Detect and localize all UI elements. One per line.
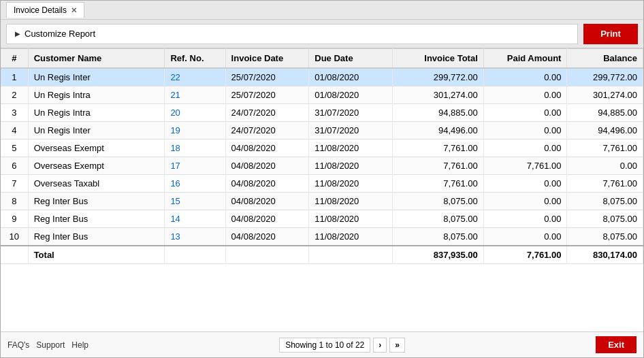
cell-ref: 18 (165, 140, 225, 157)
cell-num: 3 (1, 104, 28, 122)
total-invdate-empty (225, 246, 309, 264)
ref-link[interactable]: 14 (170, 214, 180, 224)
table-row[interactable]: 8 Reg Inter Bus 15 04/08/2020 11/08/2020… (1, 193, 643, 210)
cell-total: 8,075.00 (392, 228, 483, 246)
cell-customer: Overseas Exempt (28, 140, 165, 157)
table-row[interactable]: 5 Overseas Exempt 18 04/08/2020 11/08/20… (1, 140, 643, 157)
cell-num: 6 (1, 157, 28, 175)
cell-customer: Reg Inter Bus (28, 228, 165, 246)
col-header-total: Invoice Total (392, 49, 483, 69)
table-row[interactable]: 10 Reg Inter Bus 13 04/08/2020 11/08/202… (1, 228, 643, 246)
cell-customer: Reg Inter Bus (28, 193, 165, 210)
cell-balance: 301,274.00 (567, 86, 643, 104)
cell-invdate: 24/07/2020 (225, 122, 309, 140)
support-link[interactable]: Support (36, 340, 65, 350)
next-page-button[interactable]: › (373, 338, 387, 353)
cell-paid: 0.00 (483, 86, 567, 104)
cell-num: 5 (1, 140, 28, 157)
cell-balance: 8,075.00 (567, 210, 643, 228)
table-header-row: # Customer Name Ref. No. Invoice Date Du… (1, 49, 643, 69)
col-header-balance: Balance (567, 49, 643, 69)
cell-num: 2 (1, 86, 28, 104)
cell-total: 94,885.00 (392, 104, 483, 122)
ref-link[interactable]: 22 (170, 72, 180, 82)
col-header-invdate: Invoice Date (225, 49, 309, 69)
table-row[interactable]: 3 Un Regis Intra 20 24/07/2020 31/07/202… (1, 104, 643, 122)
table-row[interactable]: 4 Un Regis Inter 19 24/07/2020 31/07/202… (1, 122, 643, 140)
table-row[interactable]: 6 Overseas Exempt 17 04/08/2020 11/08/20… (1, 157, 643, 175)
cell-invdate: 04/08/2020 (225, 175, 309, 193)
cell-duedate: 01/08/2020 (309, 86, 393, 104)
cell-paid: 0.00 (483, 193, 567, 210)
table-row[interactable]: 1 Un Regis Inter 22 25/07/2020 01/08/202… (1, 68, 643, 86)
customize-report-button[interactable]: ▶ Customize Report (6, 24, 578, 44)
cell-customer: Reg Inter Bus (28, 210, 165, 228)
cell-num: 10 (1, 228, 28, 246)
total-label: Total (28, 246, 165, 264)
cell-balance: 94,496.00 (567, 122, 643, 140)
cell-total: 8,075.00 (392, 210, 483, 228)
table-row[interactable]: 2 Un Regis Intra 21 25/07/2020 01/08/202… (1, 86, 643, 104)
footer: FAQ's Support Help Showing 1 to 10 of 22… (1, 331, 643, 357)
cell-ref: 14 (165, 210, 225, 228)
cell-ref: 22 (165, 68, 225, 86)
cell-duedate: 11/08/2020 (309, 157, 393, 175)
total-balance: 830,174.00 (567, 246, 643, 264)
ref-link[interactable]: 19 (170, 125, 180, 135)
ref-link[interactable]: 15 (170, 196, 180, 206)
ref-link[interactable]: 18 (170, 143, 180, 153)
cell-ref: 17 (165, 157, 225, 175)
footer-links: FAQ's Support Help (7, 340, 88, 350)
tab-close-icon[interactable]: ✕ (71, 6, 77, 15)
cell-duedate: 11/08/2020 (309, 175, 393, 193)
cell-paid: 7,761.00 (483, 157, 567, 175)
table-row[interactable]: 7 Overseas Taxabl 16 04/08/2020 11/08/20… (1, 175, 643, 193)
cell-num: 4 (1, 122, 28, 140)
cell-invdate: 04/08/2020 (225, 140, 309, 157)
cell-balance: 8,075.00 (567, 228, 643, 246)
cell-duedate: 11/08/2020 (309, 210, 393, 228)
cell-invdate: 04/08/2020 (225, 228, 309, 246)
cell-duedate: 31/07/2020 (309, 122, 393, 140)
total-ref-empty (165, 246, 225, 264)
cell-invdate: 04/08/2020 (225, 210, 309, 228)
cell-balance: 299,772.00 (567, 68, 643, 86)
cell-customer: Un Regis Inter (28, 68, 165, 86)
cell-balance: 7,761.00 (567, 140, 643, 157)
cell-total: 7,761.00 (392, 175, 483, 193)
exit-button[interactable]: Exit (596, 336, 637, 353)
invoice-table: # Customer Name Ref. No. Invoice Date Du… (1, 48, 643, 264)
table-row[interactable]: 9 Reg Inter Bus 14 04/08/2020 11/08/2020… (1, 210, 643, 228)
print-button[interactable]: Print (583, 24, 638, 44)
cell-ref: 20 (165, 104, 225, 122)
ref-link[interactable]: 16 (170, 178, 180, 189)
cell-paid: 0.00 (483, 175, 567, 193)
cell-invdate: 04/08/2020 (225, 193, 309, 210)
total-label-empty (1, 246, 28, 264)
pagination: Showing 1 to 10 of 22 › » (279, 338, 405, 353)
last-page-button[interactable]: » (389, 338, 405, 353)
cell-customer: Overseas Exempt (28, 157, 165, 175)
faq-link[interactable]: FAQ's (7, 340, 29, 350)
cell-duedate: 11/08/2020 (309, 140, 393, 157)
cell-total: 94,496.00 (392, 122, 483, 140)
help-link[interactable]: Help (71, 340, 88, 350)
ref-link[interactable]: 20 (170, 108, 180, 118)
table-body: 1 Un Regis Inter 22 25/07/2020 01/08/202… (1, 68, 643, 264)
invoice-details-tab[interactable]: Invoice Details ✕ (6, 2, 84, 18)
cell-num: 8 (1, 193, 28, 210)
cell-balance: 0.00 (567, 157, 643, 175)
cell-invdate: 25/07/2020 (225, 86, 309, 104)
table-container: # Customer Name Ref. No. Invoice Date Du… (1, 48, 643, 331)
cell-paid: 0.00 (483, 104, 567, 122)
total-paid: 7,761.00 (483, 246, 567, 264)
cell-duedate: 01/08/2020 (309, 68, 393, 86)
cell-paid: 0.00 (483, 122, 567, 140)
ref-link[interactable]: 13 (170, 231, 180, 242)
cell-ref: 19 (165, 122, 225, 140)
col-header-customer: Customer Name (28, 49, 165, 69)
ref-link[interactable]: 21 (170, 90, 180, 100)
cell-customer: Un Regis Inter (28, 122, 165, 140)
ref-link[interactable]: 17 (170, 161, 180, 171)
main-content: # Customer Name Ref. No. Invoice Date Du… (1, 48, 643, 357)
